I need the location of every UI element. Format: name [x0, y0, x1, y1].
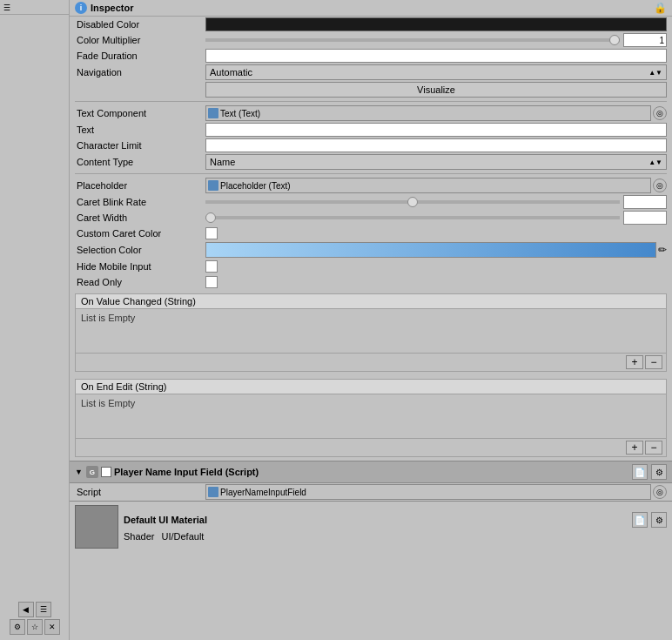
- selection-color-label: Selection Color: [77, 245, 205, 255]
- custom-caret-color-value: [205, 227, 667, 239]
- on-end-edit-add-btn[interactable]: +: [626, 441, 643, 455]
- script-component-gear-btn[interactable]: ⚙: [651, 464, 667, 480]
- navigation-label: Navigation: [77, 67, 205, 77]
- caret-width-slider[interactable]: [205, 216, 620, 219]
- text-input[interactable]: [205, 123, 667, 137]
- script-section-header: ▼ G Player Name Input Field (Script) 📄 ⚙: [70, 461, 672, 483]
- navigation-value: Automatic ▲▼: [205, 64, 667, 80]
- visualize-row: Visualize: [70, 81, 672, 98]
- selection-color-swatch[interactable]: [205, 242, 656, 258]
- visualize-value: Visualize: [205, 82, 667, 98]
- material-shader-row: Shader UI/Default: [124, 531, 667, 542]
- inspector-title: Inspector: [91, 3, 134, 13]
- content-type-dropdown[interactable]: Name ▲▼: [205, 154, 667, 170]
- custom-caret-color-checkbox[interactable]: [205, 227, 218, 239]
- sidebar-icon-3[interactable]: ⚙: [10, 619, 25, 635]
- on-value-changed-add-btn[interactable]: +: [626, 355, 643, 369]
- material-gear-btn[interactable]: ⚙: [651, 512, 667, 528]
- material-header-row: Default UI Material 📄 ⚙: [124, 512, 667, 528]
- disabled-color-swatch[interactable]: [205, 17, 667, 31]
- sidebar-icon-1[interactable]: ◀: [18, 602, 34, 617]
- script-field[interactable]: PlayerNameInputField: [205, 484, 651, 500]
- color-multiplier-slider[interactable]: [205, 38, 620, 42]
- visualize-button[interactable]: Visualize: [205, 82, 667, 98]
- sidebar-bottom-icons: ◀ ☰ ⚙ ☆ ✕: [10, 602, 60, 637]
- character-limit-label: Character Limit: [77, 140, 205, 151]
- hide-mobile-input-label: Hide Mobile Input: [77, 261, 205, 272]
- read-only-row: Read Only: [70, 274, 672, 290]
- on-end-edit-section: On End Edit (String) List is Empty + −: [75, 379, 667, 457]
- selection-color-row: Selection Color ✏: [70, 241, 672, 259]
- script-row: Script PlayerNameInputField ◎: [70, 483, 672, 501]
- script-value: PlayerNameInputField ◎: [205, 484, 667, 500]
- navigation-dropdown[interactable]: Automatic ▲▼: [205, 64, 667, 80]
- script-component-actions: 📄 ⚙: [632, 464, 667, 480]
- script-component-icon: G: [86, 466, 98, 478]
- on-end-edit-empty: List is Empty: [81, 398, 135, 408]
- read-only-checkbox[interactable]: [205, 276, 218, 288]
- sidebar-collapse-icon[interactable]: ☰: [3, 3, 10, 12]
- color-multiplier-row: Color Multiplier 1: [70, 32, 672, 48]
- disabled-color-row: Disabled Color: [70, 17, 672, 32]
- caret-width-input[interactable]: 1: [623, 211, 667, 225]
- custom-caret-color-label: Custom Caret Color: [77, 228, 205, 239]
- caret-width-value: 1: [205, 211, 667, 225]
- material-section: Default UI Material 📄 ⚙ Shader UI/Defaul…: [70, 501, 672, 552]
- sidebar-icon-4[interactable]: ☆: [27, 619, 43, 635]
- selection-color-pen-icon[interactable]: ✏: [658, 244, 667, 256]
- sidebar-icon-5[interactable]: ✕: [44, 619, 60, 635]
- on-value-changed-empty: List is Empty: [81, 313, 135, 323]
- hide-mobile-input-row: Hide Mobile Input: [70, 259, 672, 274]
- fade-duration-value: 0.1: [205, 49, 667, 63]
- material-actions: 📄 ⚙: [632, 512, 667, 528]
- placeholder-select-btn[interactable]: ◎: [653, 179, 667, 192]
- character-limit-input[interactable]: 8: [205, 138, 667, 152]
- placeholder-field[interactable]: Placeholder (Text): [205, 178, 651, 193]
- caret-blink-rate-slider[interactable]: [205, 200, 620, 204]
- script-select-btn[interactable]: ◎: [653, 485, 667, 499]
- caret-blink-rate-input[interactable]: 1.7: [623, 195, 667, 209]
- on-end-edit-header: On End Edit (String): [76, 380, 666, 394]
- read-only-label: Read Only: [77, 277, 205, 287]
- character-limit-value: 8: [205, 138, 667, 152]
- text-component-select-btn[interactable]: ◎: [653, 106, 667, 120]
- on-value-changed-section: On Value Changed (String) List is Empty …: [75, 293, 667, 372]
- material-page-btn[interactable]: 📄: [632, 512, 648, 528]
- selection-color-value: ✏: [205, 242, 667, 258]
- text-value: [205, 123, 667, 137]
- script-component-checkbox[interactable]: [101, 467, 111, 477]
- disabled-color-value: [205, 17, 667, 31]
- sidebar-bottom-row: ◀ ☰: [18, 602, 51, 617]
- on-value-changed-remove-btn[interactable]: −: [645, 355, 662, 369]
- placeholder-label: Placeholder: [77, 180, 205, 191]
- text-component-icon: [208, 108, 218, 118]
- on-value-changed-body: List is Empty: [76, 309, 666, 353]
- fade-duration-input[interactable]: 0.1: [205, 49, 667, 63]
- script-expand-arrow[interactable]: ▼: [75, 468, 83, 476]
- hide-mobile-input-checkbox[interactable]: [205, 260, 218, 273]
- lock-icon[interactable]: 🔒: [654, 2, 667, 14]
- caret-blink-rate-row: Caret Blink Rate 1.7: [70, 194, 672, 210]
- script-component-page-btn[interactable]: 📄: [632, 464, 648, 480]
- sidebar-bottom-row-2: ⚙ ☆ ✕: [10, 619, 60, 635]
- text-label: Text: [77, 125, 205, 135]
- placeholder-value: Placeholder (Text) ◎: [205, 178, 667, 193]
- material-info: Default UI Material 📄 ⚙ Shader UI/Defaul…: [124, 512, 667, 542]
- shader-label: Shader: [124, 531, 154, 542]
- fade-duration-row: Fade Duration 0.1: [70, 48, 672, 64]
- sidebar-icon-2[interactable]: ☰: [36, 602, 51, 617]
- color-multiplier-input[interactable]: 1: [623, 33, 667, 47]
- content-type-value: Name ▲▼: [205, 154, 667, 170]
- script-icon: [208, 487, 218, 497]
- placeholder-icon: [208, 180, 218, 191]
- divider-1: [75, 101, 667, 102]
- inspector-info-icon: i: [75, 2, 87, 14]
- on-end-edit-remove-btn[interactable]: −: [645, 441, 662, 455]
- material-preview: [75, 505, 118, 549]
- main-content: i Inspector 🔒 Disabled Color Color Multi…: [70, 0, 672, 640]
- hide-mobile-input-value: [205, 260, 667, 273]
- caret-width-row: Caret Width 1: [70, 210, 672, 226]
- navigation-dropdown-arrow: ▲▼: [648, 69, 662, 77]
- on-end-edit-body: List is Empty: [76, 394, 666, 438]
- text-component-field[interactable]: Text (Text): [205, 105, 651, 121]
